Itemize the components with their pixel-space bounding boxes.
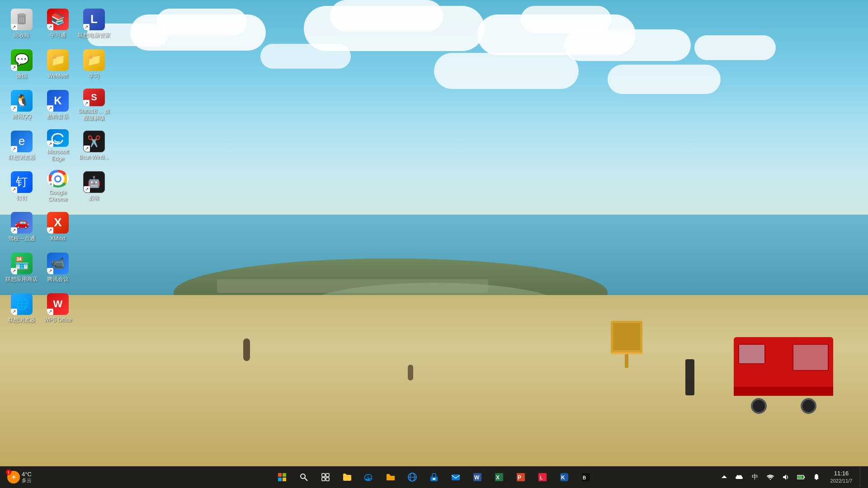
desktop-icon-lianxin-store[interactable]: 🏪 联想应用商店: [4, 248, 40, 287]
svg-point-5: [56, 177, 60, 181]
desktop-icon-bcutwins[interactable]: ✂️ Bcut-Win8...: [76, 126, 112, 165]
svg-text:L: L: [540, 475, 543, 480]
desktop-icon-wps[interactable]: W WPS Office: [40, 288, 76, 328]
svg-rect-37: [798, 476, 803, 479]
taskbar-explorer[interactable]: [337, 467, 357, 487]
desktop-icon-dingtalk[interactable]: 钉 钉钉: [4, 166, 40, 206]
desktop-icon-wechat[interactable]: 💬 微信: [4, 44, 40, 84]
svg-text:X: X: [496, 474, 500, 481]
svg-text:W: W: [474, 474, 480, 481]
desktop-icon-biyong[interactable]: 🤖 必咏: [76, 166, 112, 206]
search-button[interactable]: [294, 467, 314, 487]
taskbar-right: 中: [718, 467, 868, 487]
desktop-icon-kugou[interactable]: K 酷狗音乐: [40, 85, 76, 125]
svg-rect-12: [322, 474, 325, 477]
svg-rect-8: [278, 478, 282, 481]
svg-rect-9: [283, 478, 286, 481]
taskbar-lenovo[interactable]: L: [533, 467, 552, 487]
desktop-icon-xmind[interactable]: X XMind: [40, 207, 76, 247]
svg-rect-15: [326, 478, 329, 481]
svg-rect-2: [17, 14, 26, 15]
taskbar-center: W X P L: [272, 467, 596, 487]
desktop-icon-recycle[interactable]: 回收站: [4, 4, 40, 43]
desktop-icon-folder-study[interactable]: 📁 学习: [76, 44, 112, 84]
wallpaper-truck: [734, 337, 833, 400]
taskbar-word[interactable]: W: [467, 467, 487, 487]
desktop-icon-tengxun-meeting[interactable]: 📹 腾讯会议: [40, 248, 76, 287]
taskbar-store[interactable]: [424, 467, 444, 487]
taskbar-excel[interactable]: X: [489, 467, 509, 487]
wallpaper-person1: [243, 338, 250, 361]
tray-speaker[interactable]: [779, 467, 792, 487]
taskbar-bcut[interactable]: B: [576, 467, 596, 487]
tray-battery[interactable]: [795, 467, 807, 487]
taskbar-mail[interactable]: [446, 467, 466, 487]
taskbar-clock[interactable]: 11:16 2022/11/7: [826, 469, 857, 485]
svg-text:K: K: [561, 474, 565, 481]
desktop-icon-ie[interactable]: e 联想浏览器: [4, 126, 40, 165]
taskbar: ☀ 1 4°C 多云: [0, 466, 868, 488]
show-desktop-button[interactable]: [860, 467, 863, 487]
tray-wifi[interactable]: [764, 467, 777, 487]
taskbar-filemanager[interactable]: [381, 467, 401, 487]
start-button[interactable]: [272, 467, 292, 487]
svg-rect-21: [452, 474, 460, 480]
desktop-icon-stata[interactable]: S Stata18 ... 旗舰破解版: [76, 85, 112, 125]
tray-chevron[interactable]: [718, 467, 731, 487]
desktop-icon-xuexitong[interactable]: 📚 学习通: [40, 4, 76, 43]
wallpaper-tower: [611, 321, 642, 366]
svg-text:P: P: [518, 474, 521, 481]
svg-text:B: B: [583, 475, 586, 480]
taskbar-edge[interactable]: [359, 467, 379, 487]
svg-marker-34: [722, 475, 727, 478]
taskbar-left: ☀ 1 4°C 多云: [0, 471, 35, 484]
desktop-icon-jiazhao[interactable]: 🚗 驾校一点通: [4, 207, 40, 247]
desktop-icon-qq[interactable]: 🐧 腾讯QQ: [4, 85, 40, 125]
taskbar-kugou[interactable]: K: [554, 467, 574, 487]
svg-rect-13: [326, 474, 329, 477]
svg-line-11: [305, 478, 307, 481]
svg-point-10: [301, 474, 305, 479]
svg-rect-20: [433, 478, 435, 480]
svg-rect-6: [278, 473, 282, 477]
taskbar-ppt[interactable]: P: [511, 467, 531, 487]
wallpaper-person3: [685, 359, 694, 395]
tray-notification[interactable]: [810, 467, 823, 487]
desktop-icon-lenovo-manager[interactable]: L 联想电脑管家: [76, 4, 112, 43]
wallpaper-person2: [408, 365, 413, 380]
desktop-icon-lenovo-browser[interactable]: 🌐 联想浏览器: [4, 288, 40, 328]
desktop-icon-wemeet[interactable]: 📁 WeMeet: [40, 44, 76, 84]
weather-widget[interactable]: ☀ 1 4°C 多云: [4, 471, 35, 484]
task-view-button[interactable]: [316, 467, 335, 487]
tray-cloud[interactable]: [733, 467, 746, 487]
tray-ime[interactable]: 中: [749, 467, 761, 487]
taskbar-ie[interactable]: [402, 467, 422, 487]
wallpaper-city: [217, 279, 488, 293]
desktop-icons-area: 回收站 📚 学习通 L 联想电脑管家 💬 微信: [0, 0, 127, 439]
desktop: 回收站 📚 学习通 L 联想电脑管家 💬 微信: [0, 0, 868, 488]
desktop-icon-edge[interactable]: Microsoft Edge: [40, 126, 76, 165]
svg-rect-14: [322, 478, 325, 481]
svg-rect-7: [283, 473, 286, 477]
desktop-icon-chrome[interactable]: Google Chrome: [40, 166, 76, 206]
svg-rect-36: [804, 476, 805, 478]
